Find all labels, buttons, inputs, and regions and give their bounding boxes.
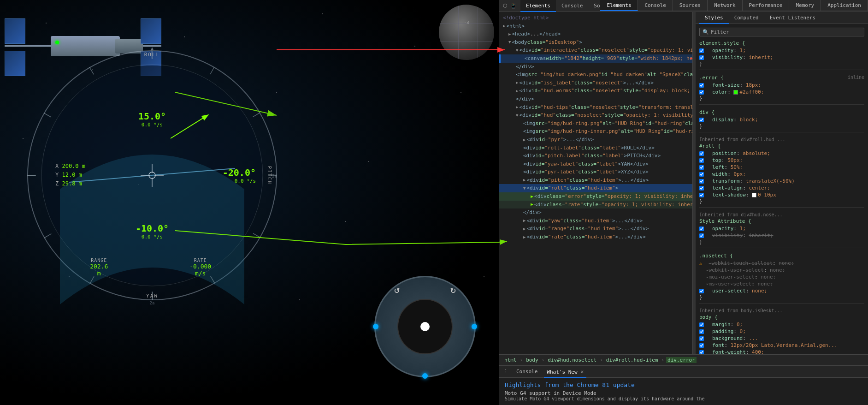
dom-doctype[interactable]: <!doctype html>	[499, 14, 692, 22]
sa-opacity-checkbox[interactable]	[699, 226, 704, 231]
webkit-touch-value[interactable]: none;	[779, 260, 794, 266]
whats-new-close[interactable]: ×	[580, 369, 584, 375]
opacity-value[interactable]: 1;	[740, 48, 746, 54]
dom-hud-ring-inner[interactable]: <img src="img/hud-ring-inner.png" alt="H…	[499, 127, 692, 136]
inspect-icon[interactable]: ⬡	[503, 3, 508, 9]
breadcrumb-roll[interactable]: div#roll.hud-item	[605, 357, 660, 363]
display-value[interactable]: block;	[740, 117, 758, 123]
width-checkbox[interactable]	[699, 172, 704, 177]
top-value[interactable]: 50px;	[727, 157, 743, 163]
user-select-checkbox[interactable]	[699, 289, 704, 293]
body-bg-checkbox[interactable]	[699, 336, 704, 341]
left-checkbox[interactable]	[699, 165, 704, 170]
webkit-user-select-value[interactable]: none;	[770, 267, 785, 273]
body-bg-value[interactable]: ...	[749, 335, 758, 341]
body-font-value[interactable]: 12px/20px Lato,Verdana,Arial,gen...	[731, 342, 838, 348]
dom-pitch[interactable]: ▶ <div id="pitch" class="hud-item">...</…	[499, 176, 692, 185]
body-padding-checkbox[interactable]	[699, 329, 704, 334]
tab-console[interactable]: Console	[638, 0, 673, 11]
tab-sources[interactable]: Sources	[673, 0, 708, 11]
transform-checkbox[interactable]	[699, 179, 704, 184]
dom-rate[interactable]: ▶ <div id="rate" class="hud-item">...</d…	[499, 233, 692, 241]
dom-tree-panel[interactable]: <!doctype html> ▶ <html> ▶ <head>...</he…	[499, 12, 693, 354]
body-font-weight-value[interactable]: 400;	[752, 349, 764, 354]
dom-pitch-label[interactable]: <div id="pitch-label" class="label">PITC…	[499, 152, 692, 160]
dom-hud-worms-close[interactable]: </div>	[499, 95, 692, 103]
dom-body[interactable]: ▼ <body class="isDesktop">	[499, 38, 692, 47]
dom-hud-worms[interactable]: ▶ <div id="hud-worms" class="noselect" s…	[499, 87, 692, 95]
dom-pyr[interactable]: ▶ <div id="pyr">...</div>	[499, 136, 692, 144]
color-value[interactable]: #2aff00;	[739, 89, 764, 95]
dom-canvas[interactable]: <canvas width="1842" height="969" style=…	[499, 54, 692, 63]
dom-head[interactable]: ▶ <head>...</head>	[499, 30, 692, 38]
width-value[interactable]: 0px;	[733, 171, 746, 177]
color-swatch[interactable]	[733, 90, 738, 95]
text-shadow-checkbox[interactable]	[699, 193, 704, 197]
dom-roll-close[interactable]: </div>	[499, 208, 692, 217]
text-align-value[interactable]: center;	[749, 185, 770, 191]
dom-hud[interactable]: ▼ <div id="hud" class="noselect" style="…	[499, 111, 692, 119]
tab-application[interactable]: Application	[821, 0, 868, 11]
dom-hud-tips[interactable]: ▶ <div id="hud-tips" class="noselect" st…	[499, 103, 692, 112]
transform-value[interactable]: translateX(-50%)	[746, 178, 795, 184]
subtab-event-listeners[interactable]: Event Listeners	[764, 12, 821, 24]
dom-iss-label[interactable]: ▶ <div id="iss_label" class="noselect">.…	[499, 79, 692, 87]
device-icon[interactable]: 📱	[510, 3, 517, 9]
display-checkbox[interactable]	[699, 118, 704, 122]
left-value[interactable]: 50%;	[731, 164, 743, 170]
body-padding-value[interactable]: 0;	[740, 328, 746, 334]
dom-range[interactable]: ▶ <div id="range" class="hud-item">...</…	[499, 225, 692, 233]
text-shadow-swatch[interactable]	[752, 193, 756, 197]
tab-performance[interactable]: Performance	[743, 0, 790, 11]
breadcrumb-error[interactable]: div.error	[666, 357, 697, 363]
dom-yaw[interactable]: ▶ <div id="yaw" class="hud-item">...</di…	[499, 217, 692, 225]
color-checkbox[interactable]	[699, 90, 704, 95]
dom-pyr-label[interactable]: <div id="pyr-label" class="label">XYZ</d…	[499, 168, 692, 176]
devtools-tab-elements[interactable]: Elements	[520, 0, 556, 12]
breadcrumb-html[interactable]: html	[503, 357, 518, 363]
text-align-checkbox[interactable]	[699, 186, 704, 191]
breadcrumb-hud[interactable]: div#hud.noselect	[546, 357, 598, 363]
body-font-checkbox[interactable]	[699, 343, 704, 348]
console-tab[interactable]: Console	[514, 366, 540, 378]
styles-filter[interactable]: 🔍 Filter	[699, 28, 864, 36]
opacity-checkbox[interactable]	[699, 48, 704, 53]
sa-visibility-value[interactable]: inherit;	[749, 232, 773, 238]
sa-opacity-value[interactable]: 1;	[740, 226, 746, 232]
moz-user-select-value[interactable]: none;	[761, 274, 776, 280]
dom-div-close1[interactable]: </div>	[499, 63, 692, 71]
font-size-value[interactable]: 18px;	[746, 82, 761, 88]
dom-interactive[interactable]: ▼ <div id="interactive" class="noselect"…	[499, 46, 692, 54]
top-checkbox[interactable]	[699, 158, 704, 163]
dom-hud-ring[interactable]: <img src="img/hud-ring.png" alt="HUD Rin…	[499, 119, 692, 128]
position-value[interactable]: absolute;	[743, 150, 770, 156]
dom-rate-div[interactable]: ▶ <div class="rate" style="opacity: 1; v…	[499, 201, 692, 209]
dom-yaw-label[interactable]: <div id="yaw-label" class="label">YAW</d…	[499, 160, 692, 168]
body-font-weight-checkbox[interactable]	[699, 350, 704, 355]
tab-network[interactable]: Network	[708, 0, 742, 11]
sa-visibility-checkbox[interactable]	[699, 233, 704, 238]
body-margin-value[interactable]: 0;	[737, 322, 743, 328]
tab-memory[interactable]: Memory	[789, 0, 821, 11]
body-margin-checkbox[interactable]	[699, 322, 704, 327]
ms-user-select-value[interactable]: none;	[758, 281, 773, 287]
dom-html[interactable]: ▶ <html>	[499, 22, 692, 30]
dom-roll-label[interactable]: <div id="roll-label" class="label">ROLL<…	[499, 144, 692, 152]
dom-error-div[interactable]: ▶ <div class="error" style="opacity: 1; …	[499, 192, 692, 201]
whats-new-tab[interactable]: What's New ×	[544, 366, 586, 378]
position-checkbox[interactable]	[699, 151, 704, 156]
subtab-styles[interactable]: Styles	[699, 12, 729, 24]
breadcrumb-body[interactable]: body	[525, 357, 540, 363]
styles-panel[interactable]: Styles Computed Event Listeners 🔍 Filter…	[696, 12, 868, 354]
font-size-checkbox[interactable]	[699, 83, 704, 88]
body-style-block: body { margin: 0; padding: 0; background…	[699, 314, 864, 354]
visibility-checkbox[interactable]	[699, 55, 704, 60]
user-select-value[interactable]: none;	[752, 288, 767, 294]
dom-roll[interactable]: ▼ <div id="roll" class="hud-item">	[499, 184, 692, 192]
tab-elements[interactable]: Elements	[600, 0, 638, 11]
devtools-tab-console[interactable]: Console	[556, 0, 588, 12]
text-shadow-value[interactable]: 0 10px	[758, 192, 776, 198]
dom-hud-darken[interactable]: <img src="img/hud-darken.png" id="hud-da…	[499, 71, 692, 79]
visibility-value[interactable]: inherit;	[749, 54, 773, 60]
subtab-computed[interactable]: Computed	[729, 12, 764, 24]
